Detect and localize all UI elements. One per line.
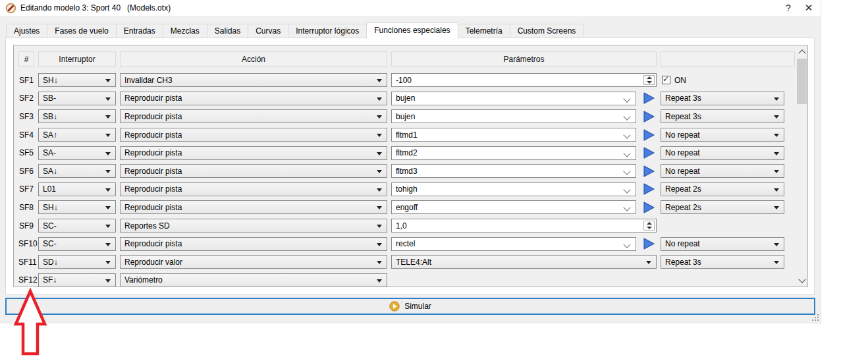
action-select[interactable]: Invalidar CH3 [120, 73, 387, 87]
repeat-select[interactable]: No repeat [661, 128, 784, 142]
chevron-up-icon [798, 49, 805, 57]
scroll-down-button[interactable] [796, 275, 807, 287]
switch-select-value: SA↓ [43, 167, 57, 176]
play-track-button[interactable] [641, 128, 657, 142]
repeat-select[interactable]: Repeat 2s [661, 200, 784, 214]
tab-ajustes[interactable]: Ajustes [6, 24, 47, 38]
row-id: SF10 [18, 239, 34, 248]
action-select[interactable]: Reproducir pista [120, 92, 387, 105]
play-track-button[interactable] [641, 109, 657, 123]
action-select[interactable]: Reproducir pista [120, 164, 387, 178]
resize-grip[interactable] [812, 314, 819, 321]
param-combobox[interactable]: bujen [391, 109, 636, 123]
switch-select[interactable]: SC- [38, 219, 116, 233]
action-select[interactable]: Reproducir pista [120, 237, 387, 251]
action-select[interactable]: Reproducir pista [120, 200, 387, 214]
param-spinbox[interactable]: -100 [391, 73, 657, 87]
param-combobox[interactable]: tohigh [391, 182, 636, 196]
switch-select[interactable]: SB↓ [38, 109, 116, 123]
play-track-button[interactable] [641, 146, 657, 160]
action-select[interactable]: Variómetro [120, 273, 387, 287]
combo-chevron-icon [623, 131, 630, 138]
action-select[interactable]: Reportes SD [120, 219, 387, 233]
tab-pane: #InterruptorAcciónParámetrosSF1SH↓Invali… [5, 38, 815, 295]
switch-select[interactable]: SA- [38, 146, 116, 160]
row-id: SF8 [18, 203, 34, 212]
tab-telemetr-a[interactable]: Telemetría [458, 24, 510, 38]
play-track-button[interactable] [641, 92, 657, 105]
param-combobox[interactable]: fltmd1 [391, 128, 636, 142]
repeat-select-value: No repeat [665, 148, 700, 157]
dropdown-arrow-icon [105, 115, 111, 119]
param-cell: -100 [391, 73, 657, 87]
param-spinbox[interactable]: 1,0 [391, 219, 657, 233]
help-button[interactable]: ? [778, 0, 798, 16]
column-header-par-metros: Parámetros [391, 51, 657, 67]
action-select[interactable]: Reproducir pista [120, 109, 387, 123]
tab-entradas[interactable]: Entradas [116, 24, 163, 38]
repeat-select[interactable]: Repeat 3s [661, 92, 784, 105]
play-icon [641, 182, 656, 196]
dropdown-arrow-icon [105, 206, 111, 209]
scroll-up-button[interactable] [796, 45, 807, 57]
param-spinbox-value: 1,0 [396, 221, 407, 231]
play-track-button[interactable] [641, 200, 657, 214]
play-icon [641, 110, 656, 123]
repeat-select[interactable]: No repeat [661, 164, 784, 178]
tab-curvas[interactable]: Curvas [248, 24, 288, 38]
switch-select[interactable]: SA↑ [38, 128, 116, 142]
repeat-select-value: No repeat [665, 130, 700, 140]
action-select-value: Reproducir pista [124, 239, 182, 248]
switch-select[interactable]: SB- [38, 92, 116, 105]
switch-select[interactable]: SD↓ [38, 255, 116, 269]
play-track-button[interactable] [641, 164, 657, 178]
special-functions-table: #InterruptorAcciónParámetrosSF1SH↓Invali… [13, 45, 808, 287]
spinner-buttons-icon[interactable] [643, 221, 655, 231]
param-combobox[interactable]: bujen [391, 92, 636, 105]
simulate-button[interactable]: Simular [5, 298, 815, 315]
param-combobox[interactable]: fltmd2 [391, 146, 636, 160]
spin-up-icon [647, 76, 652, 79]
action-select[interactable]: Reproducir pista [120, 128, 387, 142]
repeat-select[interactable]: No repeat [661, 237, 784, 251]
switch-select[interactable]: SH↓ [38, 73, 116, 87]
action-select-value: Reproducir pista [124, 184, 182, 194]
spinner-buttons-icon[interactable] [643, 75, 655, 85]
tab-mezclas[interactable]: Mezclas [163, 24, 207, 38]
action-select-value: Reproducir pista [124, 94, 182, 103]
param-combobox[interactable]: rectel [391, 237, 636, 251]
repeat-select[interactable]: Repeat 3s [661, 109, 784, 123]
repeat-select[interactable]: No repeat [661, 146, 784, 160]
switch-select[interactable]: SA↓ [38, 164, 116, 178]
action-select[interactable]: Reproducir pista [120, 146, 387, 160]
switch-select[interactable]: SC- [38, 237, 116, 251]
action-select[interactable]: Reproducir valor [120, 255, 387, 269]
play-track-button[interactable] [641, 182, 657, 196]
param-combobox[interactable]: engoff [391, 200, 636, 214]
tab-funciones-especiales[interactable]: Funciones especiales [366, 22, 458, 39]
scrollbar-thumb[interactable] [797, 59, 807, 104]
switch-select[interactable]: SF↓ [38, 273, 116, 287]
switch-select-value: L01 [43, 184, 56, 194]
param-combobox[interactable]: fltmd3 [391, 164, 636, 178]
param-select[interactable]: TELE4:Alt [391, 255, 657, 269]
switch-select[interactable]: SH↓ [38, 200, 116, 214]
row-id: SF4 [18, 130, 34, 140]
tab-fases-de-vuelo[interactable]: Fases de vuelo [47, 24, 116, 38]
row-options-cell: Repeat 2s [661, 182, 795, 196]
close-button[interactable]: ✕ [799, 0, 819, 16]
repeat-select[interactable]: Repeat 3s [661, 255, 784, 269]
tab-salidas[interactable]: Salidas [207, 24, 248, 38]
tab-custom-screens[interactable]: Custom Screens [510, 24, 584, 38]
play-track-button[interactable] [641, 237, 657, 251]
switch-select-value: SC- [43, 221, 57, 231]
switch-select-value: SA- [43, 148, 56, 157]
vertical-scrollbar[interactable] [796, 45, 807, 287]
action-select[interactable]: Reproducir pista [120, 182, 387, 196]
repeat-select[interactable]: Repeat 2s [661, 182, 784, 196]
on-checkbox[interactable]: ✓ [662, 76, 670, 84]
tab-interruptor-l-gicos[interactable]: Interruptor lógicos [288, 24, 367, 38]
switch-select[interactable]: L01 [38, 182, 116, 196]
dropdown-arrow-icon [774, 206, 779, 209]
row-id: SF2 [18, 94, 34, 103]
